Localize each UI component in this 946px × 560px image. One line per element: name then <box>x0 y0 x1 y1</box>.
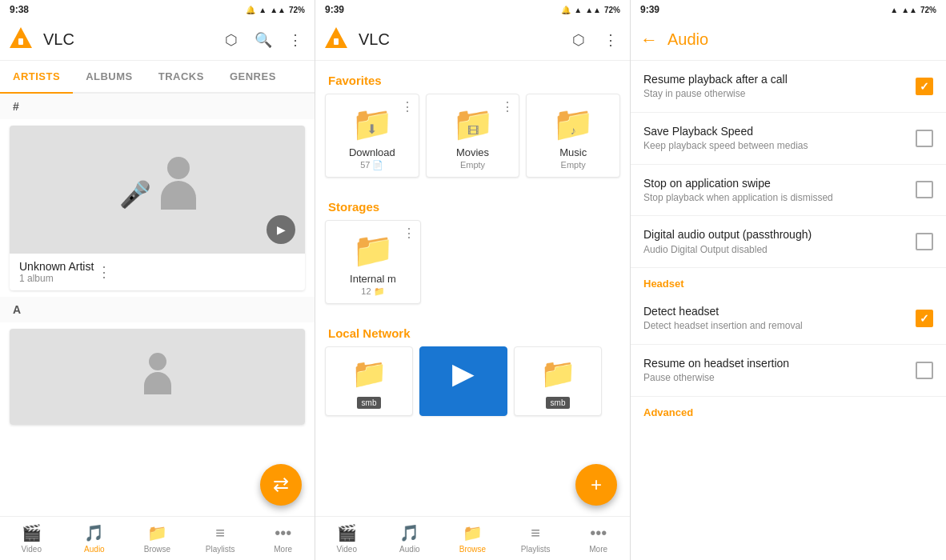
nav-browse-label-2: Browse <box>459 545 486 554</box>
more-icon-nav-1: ••• <box>275 524 291 542</box>
browse-icon-2: 📁 <box>463 523 483 542</box>
setting-detect-headset[interactable]: Detect headset Detect headset insertion … <box>631 293 946 345</box>
music-note-icon: ♪ <box>571 124 576 137</box>
nav-audio-label-1: Audio <box>84 545 105 554</box>
nav-video-2[interactable]: 🎬 Video <box>315 517 379 560</box>
artist-card-unknown[interactable]: 🎤 ▶ Unknown Artist 1 album ⋮ <box>10 126 305 290</box>
avatar-body <box>161 181 196 210</box>
notification-icon: 🔔 <box>246 6 255 14</box>
cast-icon-1[interactable]: ⬡ <box>222 30 241 50</box>
browse-content: Favorites ⋮ 📁 ⬇ Download 57 📄 ⋮ 📁 🎞 Movi <box>315 61 630 516</box>
setting-digital-title: Digital audio output (passthrough) <box>643 227 916 242</box>
vlc-logo-1 <box>10 27 35 53</box>
wifi-icon-2: ▲ <box>574 6 582 14</box>
favorites-header: Favorites <box>315 61 630 94</box>
status-bar-1: 9:38 🔔 ▲ ▲▲ 72% <box>0 0 315 19</box>
folder-internal[interactable]: ⋮ 📁 Internal m 12 📁 <box>325 220 421 304</box>
cast-icon-2[interactable]: ⬡ <box>569 30 588 50</box>
artists-content: # 🎤 ▶ Unknown Artist 1 album <box>0 94 315 516</box>
wifi-icon-3: ▲ <box>890 6 898 14</box>
add-icon: + <box>591 474 602 496</box>
setting-headset-resume[interactable]: Resume on headset insertion Pause otherw… <box>631 345 946 397</box>
folder-download[interactable]: ⋮ 📁 ⬇ Download 57 📄 <box>325 94 419 178</box>
audio-icon-1: 🎵 <box>84 523 104 542</box>
setting-digital-audio[interactable]: Digital audio output (passthrough) Audio… <box>631 216 946 268</box>
setting-speed-title: Save Playback Speed <box>643 124 916 138</box>
setting-swipe-text: Stop on application swipe Stop playback … <box>643 176 916 205</box>
folder-video-net[interactable]: ▶ <box>419 346 507 416</box>
checkbox-digital[interactable] <box>916 233 933 250</box>
checkbox-speed[interactable] <box>916 130 933 147</box>
video-net-icon: ▶ <box>452 357 475 390</box>
setting-headset-resume-subtitle: Pause otherwise <box>643 372 916 385</box>
smb-folder-icon-1: 📁 <box>351 357 387 390</box>
folder-movies[interactable]: ⋮ 📁 🎞 Movies Empty <box>426 94 520 178</box>
search-icon-1[interactable]: 🔍 <box>254 30 273 50</box>
folder-smb-2[interactable]: 📁 smb <box>514 346 602 416</box>
more-icon-2[interactable]: ⋮ <box>601 30 620 50</box>
nav-browse-1[interactable]: 📁 Browse <box>126 517 189 560</box>
app-bar-1: VLC ⬡ 🔍 ⋮ <box>0 19 315 61</box>
checkbox-headset[interactable] <box>916 310 933 327</box>
artist-avatar-group: 🎤 <box>119 157 196 222</box>
audio-icon-2: 🎵 <box>399 523 419 542</box>
signal-icon: ▲▲ <box>270 6 286 14</box>
folder-smb-1[interactable]: 📁 smb <box>325 346 413 416</box>
playlists-icon-1: ≡ <box>215 524 225 542</box>
more-icon-nav-2: ••• <box>590 524 607 542</box>
folder-music[interactable]: 📁 ♪ Music Empty <box>526 94 620 178</box>
panel-browse: 9:39 🔔 ▲ ▲▲ 72% VLC ⬡ ⋮ Favorites ⋮ 📁 <box>315 0 631 560</box>
status-icons-3: ▲ ▲▲ 72% <box>890 6 936 14</box>
setting-stop-swipe[interactable]: Stop on application swipe Stop playback … <box>631 165 946 217</box>
tab-genres[interactable]: GENRES <box>217 61 289 92</box>
setting-resume-playback[interactable]: Resume playback after a call Stay in pau… <box>631 61 946 113</box>
wifi-icon: ▲ <box>259 6 267 14</box>
headset-section-label: Headset <box>631 268 946 293</box>
music-folder-icon: 📁 ♪ <box>552 104 594 143</box>
time-1: 9:38 <box>10 4 29 15</box>
shuffle-icon: ⇄ <box>273 474 289 496</box>
bottom-nav-2: 🎬 Video 🎵 Audio 📁 Browse ≡ Playlists •••… <box>315 516 630 560</box>
setting-headset-text: Detect headset Detect headset insertion … <box>643 304 916 333</box>
app-bar-icons-1: ⬡ 🔍 ⋮ <box>222 30 305 50</box>
tab-artists[interactable]: ARTISTS <box>0 61 73 92</box>
playlists-icon-2: ≡ <box>531 524 540 542</box>
more-icon-1[interactable]: ⋮ <box>286 30 305 50</box>
folder-download-name: Download <box>349 146 395 158</box>
artist-more-btn[interactable]: ⋮ <box>94 260 114 284</box>
play-overlay[interactable]: ▶ <box>267 215 295 244</box>
nav-video-1[interactable]: 🎬 Video <box>0 517 63 560</box>
setting-headset-resume-title: Resume on headset insertion <box>643 356 916 370</box>
add-fab[interactable]: + <box>575 464 617 506</box>
folder-movies-count: Empty <box>460 160 485 170</box>
artist-card-image-a <box>10 329 305 425</box>
checkbox-resume[interactable] <box>916 78 933 95</box>
folder-movies-more[interactable]: ⋮ <box>501 99 514 114</box>
nav-more-label-2: More <box>589 545 607 554</box>
tab-tracks[interactable]: TRACKS <box>146 61 217 92</box>
tab-albums[interactable]: ALBUMS <box>73 61 146 92</box>
folder-internal-count: 12 📁 <box>361 286 384 297</box>
nav-audio-2[interactable]: 🎵 Audio <box>379 517 442 560</box>
checkbox-swipe[interactable] <box>916 181 933 198</box>
status-icons-2: 🔔 ▲ ▲▲ 72% <box>561 6 620 14</box>
nav-more-1[interactable]: ••• More <box>251 517 315 560</box>
checkbox-headset-resume[interactable] <box>916 362 933 379</box>
folder-internal-more[interactable]: ⋮ <box>403 226 415 241</box>
nav-playlists-2[interactable]: ≡ Playlists <box>504 517 567 560</box>
app-bar-icons-2: ⬡ ⋮ <box>569 30 620 50</box>
movie-icon: 🎞 <box>467 124 479 137</box>
shuffle-fab[interactable]: ⇄ <box>260 464 302 506</box>
nav-more-2[interactable]: ••• More <box>567 517 630 560</box>
back-button[interactable]: ← <box>640 30 658 50</box>
artist-card-a[interactable] <box>10 329 305 425</box>
nav-audio-1[interactable]: 🎵 Audio <box>63 517 126 560</box>
nav-playlists-1[interactable]: ≡ Playlists <box>189 517 252 560</box>
setting-save-speed[interactable]: Save Playback Speed Keep playback speed … <box>631 113 946 165</box>
setting-speed-subtitle: Keep playback speed between medias <box>643 140 916 153</box>
folder-download-more[interactable]: ⋮ <box>401 99 414 114</box>
avatar-figure <box>161 157 196 210</box>
smb-label-2: smb <box>546 397 571 409</box>
status-icons-1: 🔔 ▲ ▲▲ 72% <box>246 6 305 14</box>
nav-browse-2[interactable]: 📁 Browse <box>441 517 504 560</box>
